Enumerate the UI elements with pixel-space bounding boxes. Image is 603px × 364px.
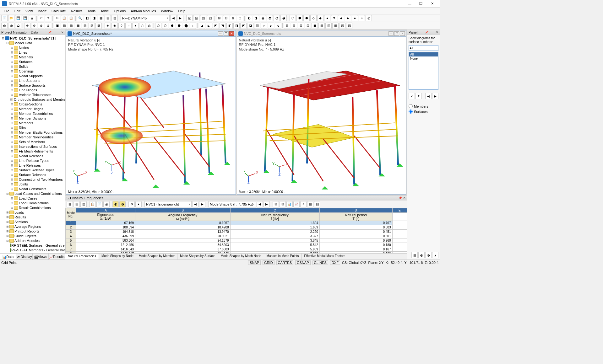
t2-16[interactable]: ◉ [111, 23, 118, 29]
expand-icon[interactable]: ⊞ [10, 140, 14, 143]
nav-tab-results[interactable]: 📈Results [49, 254, 65, 260]
t2-8[interactable]: ▣ [54, 23, 60, 29]
tbl-btn-2[interactable]: ▤ [73, 201, 80, 207]
tree-item[interactable]: ⊞Nodes [0, 45, 65, 50]
nav-tab-display[interactable]: 👁Display [16, 254, 33, 260]
tree-item[interactable]: ⊟Load Cases and Combinations [0, 191, 65, 196]
t2-19[interactable]: ● [132, 23, 139, 29]
expand-icon[interactable]: ⊞ [10, 187, 14, 190]
navigator-tree[interactable]: ⊟NVC_DLC_Screenshots* [1]⊟Model Data⊞Nod… [0, 35, 65, 253]
tree-item[interactable]: ⊞Sets of Members [0, 139, 65, 144]
expand-icon[interactable]: ⊞ [10, 159, 14, 162]
tree-item[interactable]: ⊞Surface Supports [0, 83, 65, 88]
expand-icon[interactable]: ⊞ [10, 70, 14, 73]
expand-icon[interactable]: ⊞ [10, 178, 14, 181]
menu-table[interactable]: Table [98, 8, 111, 13]
t2-3[interactable]: ◒ [15, 23, 21, 29]
tb-20[interactable]: ⬡ [290, 15, 296, 21]
expand-icon[interactable]: ⊞ [10, 206, 14, 209]
tree-item[interactable]: ⊞Orthotropic Surfaces and Membra [0, 97, 65, 102]
tree-item[interactable]: ⊞Openings [0, 69, 65, 73]
expand-icon[interactable]: ⊞ [10, 79, 14, 82]
t2-12[interactable]: ▧ [82, 23, 88, 29]
tree-item[interactable]: ⊞Materials [0, 55, 65, 59]
status-snap[interactable]: SNAP [248, 260, 261, 265]
nav-next-icon[interactable]: ▶ [177, 15, 183, 21]
find-icon[interactable]: 🔍 [77, 15, 83, 21]
status-cartes[interactable]: CARTES [276, 260, 293, 265]
save-icon[interactable]: 💾 [15, 15, 21, 21]
tree-item[interactable]: ⊞Solids [0, 64, 65, 69]
t2-9[interactable]: ▤ [61, 23, 67, 29]
t2-35[interactable]: ◪ [247, 23, 253, 29]
viewport-right[interactable]: NVC_DLC_Screenshots — ❐ ✕ Natural vibrat… [237, 30, 407, 195]
pin-icon[interactable]: 📌 [399, 196, 402, 200]
expand-icon[interactable]: ⊞ [10, 197, 14, 200]
t2-7[interactable]: ⊘ [45, 23, 51, 29]
tree-item[interactable]: ⊞Printout Reports [0, 229, 65, 233]
tb-27[interactable]: ◀ [338, 15, 344, 21]
tree-item[interactable]: ⊞Load Cases [0, 196, 65, 201]
tb-3[interactable]: ▦ [98, 15, 104, 21]
t2-21[interactable]: ◍ [146, 23, 152, 29]
menu-tools[interactable]: Tools [85, 8, 98, 13]
menu-help[interactable]: Help [176, 8, 188, 13]
menu-results[interactable]: Results [68, 8, 85, 13]
t2-23[interactable]: ⬡ [162, 23, 168, 29]
tree-item[interactable]: ⊞Ribs [0, 125, 65, 130]
tbl-btn-8[interactable]: ◑ [119, 201, 126, 207]
expand-icon[interactable]: ⊟ [6, 239, 9, 242]
status-glines[interactable]: GLINES [312, 260, 328, 265]
t2-33[interactable]: ◨ [233, 23, 240, 29]
modeshape-combo[interactable]: Mode Shape 8 (f : 7.705 Hz) [208, 201, 256, 207]
list-item[interactable]: None [409, 56, 438, 61]
tb-7[interactable]: ◲ [193, 15, 199, 21]
tree-item[interactable]: ⊞Member Eccentricities [0, 111, 65, 116]
next2-icon[interactable]: ▶ [263, 201, 270, 207]
tree-item[interactable]: ⊟Add-on Modules [0, 238, 65, 243]
t2-25[interactable]: ⬣ [176, 23, 182, 29]
expand-icon[interactable]: ⊞ [10, 131, 14, 134]
print-icon[interactable]: 🖨 [29, 15, 35, 21]
t2-38[interactable]: ◭ [268, 23, 274, 29]
loadcase-combo[interactable]: NVC1 - Eigengewicht [144, 201, 192, 207]
tb-9[interactable]: ◰ [207, 15, 213, 21]
tree-item[interactable]: ⊞Connection of Two Members [0, 177, 65, 182]
t2-20[interactable]: ◌ [139, 23, 145, 29]
t2-27[interactable]: ⬥ [190, 23, 196, 29]
tree-item[interactable]: ⊞Joints [0, 182, 65, 186]
tree-item[interactable]: RF-STEEL Surfaces - General stres [0, 243, 65, 248]
expand-icon[interactable]: ⊞ [10, 60, 14, 63]
table-tab[interactable]: Effective Modal Mass Factors [302, 254, 348, 260]
tb-1[interactable]: ◧ [84, 15, 90, 21]
tb-4[interactable]: ▤ [105, 15, 111, 21]
tb-22[interactable]: ⬣ [303, 15, 310, 21]
copy-icon[interactable]: 📋 [61, 15, 67, 21]
t2-4[interactable]: ⊕ [24, 23, 30, 29]
tree-item[interactable]: ⊟NVC_DLC_Screenshots* [1] [0, 36, 65, 40]
tb-26[interactable]: ▼ [331, 15, 337, 21]
expand-icon[interactable]: ⊟ [6, 192, 9, 195]
maximize-button[interactable]: ❐ [415, 1, 426, 7]
tbl-btn-e6[interactable]: ▦ [307, 201, 313, 207]
menu-edit[interactable]: Edit [12, 8, 23, 13]
next-icon[interactable]: ▶ [199, 201, 205, 207]
tree-item[interactable]: ⊞Member Hinges [0, 106, 65, 111]
cut-icon[interactable]: ✂ [54, 15, 60, 21]
table-tab[interactable]: Mode Shapes by Mesh Node [218, 254, 264, 260]
t2-49[interactable]: ▨ [346, 23, 352, 29]
nav-tab-views[interactable]: 🎬Views [33, 254, 49, 260]
list-item[interactable]: All [409, 52, 438, 56]
tbl-btn-7[interactable]: ◐ [112, 201, 119, 207]
open-icon[interactable]: 📂 [8, 15, 14, 21]
t2-24[interactable]: ⬢ [169, 23, 175, 29]
tb-10[interactable]: ⊞ [216, 15, 222, 21]
tb-31[interactable]: ◎ [366, 15, 372, 21]
close-icon[interactable]: ✕ [61, 31, 64, 34]
t2-32[interactable]: ◧ [226, 23, 233, 29]
tree-item[interactable]: ⊞Member Elastic Foundations [0, 130, 65, 135]
tree-item[interactable]: ⊞Guide Objects [0, 233, 65, 238]
tbl-btn-e3[interactable]: 📊 [286, 201, 293, 207]
surface-filter-input[interactable] [409, 45, 438, 51]
t2-45[interactable]: ▤ [318, 23, 325, 29]
